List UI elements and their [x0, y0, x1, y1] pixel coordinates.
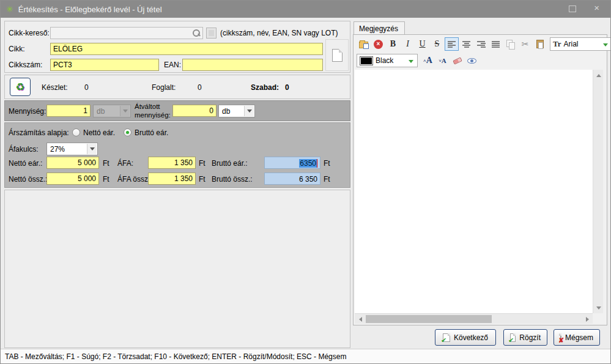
quantity-input[interactable] [46, 105, 91, 117]
font-color-value: Black [376, 56, 393, 65]
format-eraser-button[interactable] [450, 54, 464, 67]
app-icon: ✳ [6, 5, 13, 13]
next-button[interactable]: ✔ Következő [435, 329, 496, 346]
search-options-button[interactable] [206, 28, 217, 39]
refresh-stock-button[interactable]: ♻ [10, 78, 31, 96]
refresh-icon: ♻ [15, 82, 24, 92]
note-textarea[interactable] [355, 70, 593, 313]
unit-select-disabled: db [93, 105, 131, 117]
open-template-button[interactable] [357, 37, 371, 51]
gross-price-radio-label: Bruttó eár. [135, 128, 168, 137]
tab-label: Megjegyzés [359, 24, 398, 33]
gross-price-input[interactable]: 6350 [264, 157, 320, 169]
currency-label: Ft [103, 159, 109, 168]
quantity-group: Mennyiség: db Átváltott mennyiség: db [4, 100, 350, 121]
align-left-icon [448, 40, 456, 48]
font-family-select[interactable]: Tr Arial [550, 37, 611, 51]
justify-button[interactable] [489, 37, 503, 51]
net-total-input[interactable] [46, 173, 99, 185]
preview-button[interactable] [465, 54, 479, 67]
align-center-icon [462, 40, 471, 48]
article-label: Cikk: [9, 45, 25, 53]
search-input[interactable] [50, 27, 203, 39]
horizontal-scrollbar[interactable] [355, 313, 593, 324]
gross-price-radio[interactable] [124, 128, 131, 136]
editor-toolbar-row1: × B I U S ✂ Tr Arial [355, 36, 605, 52]
cancel-button-label: Mégsem [565, 333, 593, 342]
net-total-label: Nettó össz.: [9, 175, 47, 184]
chevron-down-icon [244, 106, 254, 116]
article-number-input[interactable] [50, 59, 159, 71]
scroll-down-icon[interactable] [593, 303, 604, 312]
strikethrough-icon: S [435, 39, 440, 49]
clear-note-button[interactable]: × [371, 37, 385, 51]
paste-button[interactable] [533, 37, 547, 51]
empty-panel [4, 190, 350, 348]
gross-total-input[interactable]: 6 350 [264, 173, 320, 185]
article-group: Cikk-kereső: (cikkszám, név, EAN, SN vag… [4, 21, 350, 73]
folder-icon [359, 42, 368, 48]
net-price-radio-label: Nettó eár. [83, 128, 115, 137]
quantity-label: Mennyiség: [9, 107, 46, 116]
cut-button[interactable]: ✂ [518, 37, 532, 51]
gross-total-label: Bruttó össz.: [212, 175, 253, 184]
scroll-right-icon[interactable] [583, 314, 591, 324]
article-sheet-button[interactable] [325, 39, 349, 71]
search-icon [192, 29, 201, 37]
converted-quantity-input[interactable] [172, 105, 217, 117]
vertical-scrollbar[interactable] [593, 70, 603, 313]
scrollbar-thumb[interactable] [366, 315, 492, 323]
clear-icon: × [374, 40, 383, 49]
net-price-radio[interactable] [72, 128, 80, 136]
note-panel: × B I U S ✂ Tr Arial Black [353, 34, 607, 325]
stock-value: 0 [84, 83, 89, 92]
reserved-label: Foglalt: [152, 83, 176, 92]
currency-label: Ft [199, 175, 206, 184]
editor-toolbar-row2: Black ˄A ˅A [355, 53, 605, 69]
grow-font-button[interactable]: ˄A [421, 54, 435, 67]
bold-button[interactable]: B [386, 37, 400, 51]
stock-group: ♻ Készlet: 0 Foglalt: 0 Szabad: 0 [4, 75, 350, 99]
italic-button[interactable]: I [401, 37, 415, 51]
scroll-left-icon[interactable] [356, 314, 365, 324]
gross-price-label: Bruttó eár.: [212, 159, 248, 168]
font-family-value: Arial [563, 40, 578, 48]
underline-icon: U [419, 39, 425, 49]
chevron-down-icon [87, 144, 97, 154]
scissors-icon: ✂ [522, 39, 529, 49]
vat-amount-input[interactable] [148, 157, 196, 169]
price-base-label: Árszámítás alapja: [9, 128, 69, 137]
save-button[interactable]: ✔ Rögzít [503, 329, 547, 346]
vat-total-input[interactable] [148, 173, 196, 185]
scroll-up-icon[interactable] [593, 71, 604, 80]
eye-icon [467, 58, 476, 64]
chevron-down-icon [603, 43, 608, 46]
underline-button[interactable]: U [415, 37, 429, 51]
copy-icon [506, 40, 515, 49]
save-page-icon: ✔ [510, 333, 516, 342]
converted-unit-value: db [222, 107, 230, 116]
close-button[interactable]: × [594, 3, 599, 12]
net-price-input[interactable] [46, 157, 99, 169]
save-button-label: Rögzít [519, 333, 541, 342]
ean-label: EAN: [164, 61, 181, 69]
ean-input[interactable] [182, 59, 323, 71]
status-bar: TAB - Mezőváltás; F1 - Súgó; F2 - Törzsa… [1, 349, 611, 364]
converted-unit-select[interactable]: db [218, 105, 255, 117]
free-label: Szabad: [251, 83, 279, 92]
strikethrough-button[interactable]: S [430, 37, 444, 51]
net-price-label: Nettó eár.: [9, 159, 42, 168]
copy-button[interactable] [503, 37, 517, 51]
align-right-button[interactable] [474, 37, 488, 51]
maximize-button[interactable] [569, 6, 576, 12]
justify-icon [492, 40, 500, 48]
align-left-button[interactable] [445, 37, 459, 51]
selected-text: 6350 [299, 159, 317, 168]
vat-rate-select[interactable]: 27% [46, 143, 98, 155]
cancel-button[interactable]: ✘ Mégsem [554, 329, 600, 346]
align-center-button[interactable] [459, 37, 473, 51]
tab-megjegyzes[interactable]: Megjegyzés [354, 21, 405, 35]
font-color-select[interactable]: Black [357, 54, 418, 67]
shrink-font-button[interactable]: ˅A [435, 54, 450, 67]
article-name-input[interactable] [50, 43, 323, 55]
